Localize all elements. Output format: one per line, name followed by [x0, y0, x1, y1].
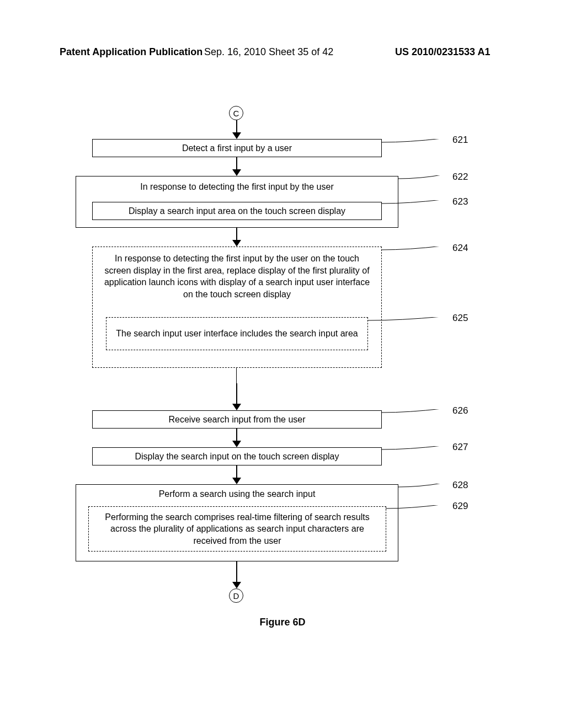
- ref-626: 626: [452, 405, 468, 416]
- arrow-head-icon: [232, 169, 241, 176]
- svg-marker-2: [232, 240, 241, 247]
- connector-d-label: D: [233, 591, 239, 601]
- step-626-box: Receive search input from the user: [92, 410, 382, 429]
- connector-c-label: C: [233, 109, 239, 118]
- ref-628: 628: [452, 480, 468, 491]
- step-623-box: Display a search input area on the touch…: [92, 202, 382, 220]
- svg-marker-3: [232, 404, 241, 410]
- step-629-text: Performing the search comprises real-tim…: [93, 511, 381, 547]
- ref-621: 621: [452, 135, 468, 146]
- step-625-box: The search input user interface includes…: [106, 317, 368, 350]
- svg-marker-0: [232, 132, 241, 139]
- connector-d: D: [229, 588, 243, 603]
- arrow-head-icon: [232, 582, 241, 588]
- header-publication-number: US 2010/0231533 A1: [395, 46, 490, 58]
- ref-622: 622: [452, 172, 468, 183]
- leader-line-icon: [367, 317, 456, 328]
- step-626-text: Receive search input from the user: [168, 414, 305, 426]
- arrow-head-icon: [232, 478, 241, 484]
- svg-marker-5: [232, 478, 241, 484]
- svg-marker-1: [232, 169, 241, 176]
- ref-627: 627: [452, 442, 468, 453]
- step-622-text: In response to detecting the first input…: [81, 181, 393, 193]
- figure-caption: Figure 6D: [0, 617, 565, 628]
- step-621-box: Detect a first input by a user: [92, 139, 382, 157]
- page: Patent Application Publication Sep. 16, …: [0, 0, 565, 728]
- arrow-head-icon: [232, 240, 241, 247]
- leader-line-icon: [381, 200, 459, 211]
- leader-line-icon: [381, 409, 459, 420]
- leader-line-icon: [386, 505, 457, 516]
- step-621-text: Detect a first input by a user: [182, 142, 292, 154]
- svg-marker-6: [232, 582, 241, 588]
- ref-625: 625: [452, 313, 468, 324]
- arrow-head-icon: [232, 441, 241, 447]
- ref-624: 624: [452, 243, 468, 254]
- leader-line-icon: [398, 175, 459, 186]
- arrow-head-icon: [232, 132, 241, 139]
- step-627-text: Display the search input on the touch sc…: [135, 451, 339, 463]
- step-623-text: Display a search input area on the touch…: [129, 205, 345, 217]
- svg-marker-4: [232, 441, 241, 447]
- step-628-text: Perform a search using the search input: [81, 488, 393, 500]
- ref-623: 623: [452, 196, 468, 207]
- step-624-text: In response to detecting the first input…: [102, 253, 372, 300]
- header-sheet-info: Sep. 16, 2010 Sheet 35 of 42: [204, 46, 333, 58]
- ref-629: 629: [452, 501, 468, 512]
- step-625-text: The search input user interface includes…: [116, 328, 358, 340]
- arrow-line: [236, 561, 237, 584]
- step-627-box: Display the search input on the touch sc…: [92, 447, 382, 465]
- leader-line-icon: [381, 446, 459, 457]
- arrow-line: [236, 383, 237, 405]
- leader-line-icon: [398, 484, 459, 495]
- connector-c: C: [229, 106, 243, 120]
- leader-line-icon: [381, 139, 459, 150]
- leader-line-icon: [381, 247, 459, 258]
- step-629-box: Performing the search comprises real-tim…: [88, 506, 386, 552]
- arrow-head-icon: [232, 404, 241, 410]
- header-publication-label: Patent Application Publication: [60, 46, 202, 58]
